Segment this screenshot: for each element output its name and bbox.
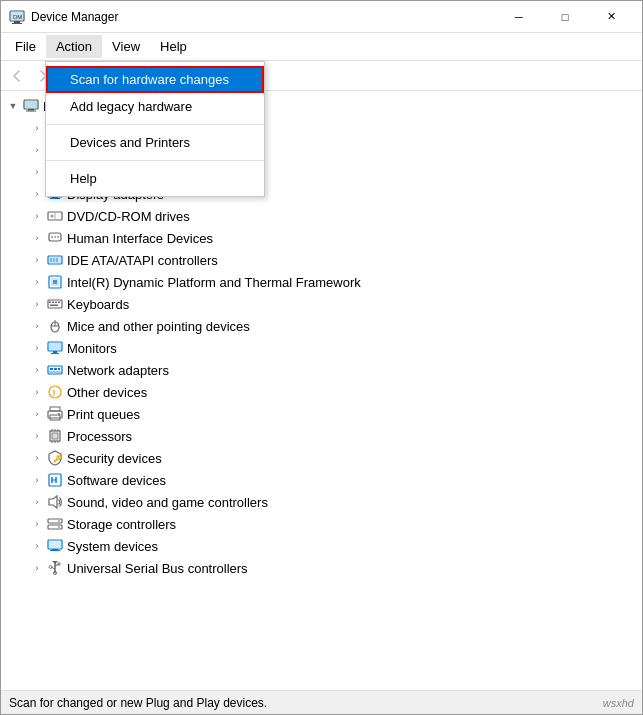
tree-item-monitors[interactable]: › Monitors — [1, 337, 642, 359]
svg-rect-47 — [52, 302, 54, 304]
window-title: Device Manager — [31, 10, 496, 24]
svg-rect-1 — [14, 21, 20, 23]
svg-rect-62 — [58, 368, 60, 370]
svg-rect-2 — [12, 23, 22, 24]
svg-rect-89 — [49, 541, 61, 548]
ide-label: IDE ATA/ATAPI controllers — [67, 253, 218, 268]
close-button[interactable]: ✕ — [588, 1, 634, 33]
tree-item-keyboards[interactable]: › Keyboards — [1, 293, 642, 315]
minimize-button[interactable]: ─ — [496, 1, 542, 33]
svg-rect-50 — [50, 305, 58, 307]
security-label: Security devices — [67, 451, 162, 466]
storage-expander: › — [29, 516, 45, 532]
tree-item-ide[interactable]: › IDE ATA/ATAPI controllers — [1, 249, 642, 271]
menu-view[interactable]: View — [102, 35, 150, 58]
system-expander: › — [29, 538, 45, 554]
tree-item-storage[interactable]: › Storage controllers — [1, 513, 642, 535]
svg-rect-12 — [25, 101, 37, 108]
other-icon: ! — [47, 384, 63, 400]
svg-rect-28 — [52, 197, 58, 198]
status-text: Scan for changed or new Plug and Play de… — [9, 696, 267, 710]
svg-text:!: ! — [53, 388, 56, 398]
storage-label: Storage controllers — [67, 517, 176, 532]
action-dropdown: Scan for hardware changes Add legacy har… — [45, 61, 265, 197]
svg-rect-14 — [26, 111, 36, 112]
menu-action[interactable]: Action — [46, 35, 102, 58]
tree-item-processors[interactable]: › Processors — [1, 425, 642, 447]
software-icon — [47, 472, 63, 488]
svg-rect-91 — [50, 550, 60, 551]
mice-expander: › — [29, 318, 45, 334]
mice-icon — [47, 318, 63, 334]
keyboards-label: Keyboards — [67, 297, 129, 312]
svg-point-36 — [57, 236, 59, 238]
device-manager-window: DM Device Manager ─ □ ✕ File Action View… — [0, 0, 643, 715]
keyboard-icon — [47, 296, 63, 312]
menu-file[interactable]: File — [5, 35, 46, 58]
svg-rect-90 — [52, 549, 58, 550]
maximize-button[interactable]: □ — [542, 1, 588, 33]
tree-item-software[interactable]: › Software devices — [1, 469, 642, 491]
svg-point-87 — [58, 526, 60, 528]
svg-point-86 — [58, 520, 60, 522]
other-label: Other devices — [67, 385, 147, 400]
storage-icon — [47, 516, 63, 532]
tree-item-network[interactable]: › Network adapters — [1, 359, 642, 381]
hid-icon — [47, 230, 63, 246]
network-icon — [47, 362, 63, 378]
print-expander: › — [29, 406, 45, 422]
print-queues-label: Print queues — [67, 407, 140, 422]
svg-rect-49 — [58, 302, 60, 304]
tree-item-usb[interactable]: › Universal Serial Bus controllers — [1, 557, 642, 579]
sound-label: Sound, video and game controllers — [67, 495, 268, 510]
svg-marker-83 — [49, 496, 57, 508]
tree-item-dvd[interactable]: › DVD/CD-ROM drives — [1, 205, 642, 227]
dvd-icon — [47, 208, 63, 224]
sound-icon — [47, 494, 63, 510]
monitor-icon — [47, 340, 63, 356]
svg-rect-60 — [50, 368, 53, 370]
dropdown-separator-1 — [46, 124, 264, 125]
processors-label: Processors — [67, 429, 132, 444]
intel-icon — [47, 274, 63, 290]
dropdown-add-legacy[interactable]: Add legacy hardware — [46, 93, 264, 120]
tree-item-other[interactable]: › ! Other devices — [1, 381, 642, 403]
menu-help[interactable]: Help — [150, 35, 197, 58]
display-expander: › — [29, 186, 45, 202]
keyboards-expander: › — [29, 296, 45, 312]
tree-item-intel[interactable]: › Intel(R) Dynamic Platform and Thermal … — [1, 271, 642, 293]
security-expander: › — [29, 450, 45, 466]
software-label: Software devices — [67, 473, 166, 488]
back-button[interactable] — [5, 64, 29, 88]
dropdown-help[interactable]: Help — [46, 165, 264, 192]
svg-rect-61 — [54, 368, 57, 370]
svg-text:DM: DM — [13, 14, 22, 20]
svg-rect-57 — [53, 351, 57, 353]
menu-bar: File Action View Help Scan for hardware … — [1, 33, 642, 61]
print-icon — [47, 406, 63, 422]
svg-marker-93 — [52, 561, 58, 564]
intel-label: Intel(R) Dynamic Platform and Thermal Fr… — [67, 275, 361, 290]
system-icon — [47, 538, 63, 554]
other-expander: › — [29, 384, 45, 400]
tree-item-print[interactable]: › Print queues — [1, 403, 642, 425]
processors-expander: › — [29, 428, 45, 444]
svg-point-35 — [54, 236, 56, 238]
svg-rect-71 — [52, 433, 58, 439]
tree-item-hid[interactable]: › Human Interface Devices — [1, 227, 642, 249]
svg-rect-48 — [55, 302, 57, 304]
hid-expander: › — [29, 230, 45, 246]
tree-item-sound[interactable]: › Sound, video and game controllers — [1, 491, 642, 513]
monitors-expander: › — [29, 340, 45, 356]
tree-item-security[interactable]: › 🔑 Security devices — [1, 447, 642, 469]
dropdown-devices-printers[interactable]: Devices and Printers — [46, 129, 264, 156]
tree-item-mice[interactable]: › Mice and other pointing devices — [1, 315, 642, 337]
software-expander: › — [29, 472, 45, 488]
dropdown-scan[interactable]: Scan for hardware changes — [46, 66, 264, 93]
svg-rect-45 — [48, 300, 62, 308]
svg-rect-58 — [51, 353, 59, 354]
processor-icon — [47, 428, 63, 444]
dvd-expander: › — [29, 208, 45, 224]
ide-expander: › — [29, 252, 45, 268]
tree-item-system[interactable]: › System devices — [1, 535, 642, 557]
